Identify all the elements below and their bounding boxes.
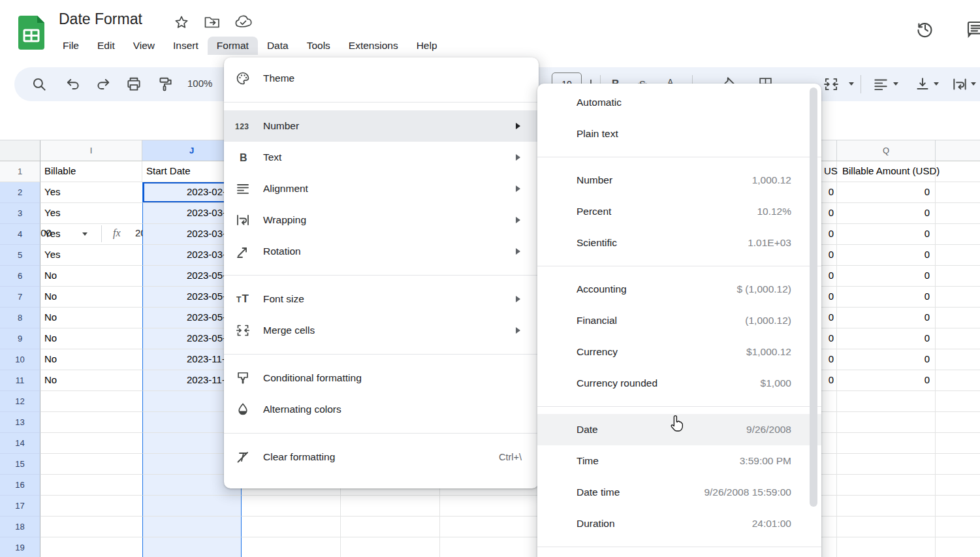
vertical-align-icon[interactable] [914,76,931,93]
cell-billable-amount[interactable] [837,454,936,475]
submenu-item-currency-rounded[interactable]: Currency rounded $1,000 [537,368,821,399]
menu-item-font-size[interactable]: TT Font size [224,283,539,315]
menu-data[interactable]: Data [258,37,298,55]
cell-empty[interactable] [936,182,980,203]
cell-p-clipped[interactable] [821,391,837,412]
cell-billable-amount[interactable]: 0 [837,349,936,370]
cell-billable-amount[interactable]: 0 [837,224,936,245]
cell-p-clipped[interactable]: 0 [821,287,837,308]
cell-billable[interactable] [40,537,142,557]
column-header-p-sliver[interactable] [821,140,837,161]
cell-billable[interactable] [40,517,142,537]
cell-billable[interactable]: No [40,308,142,328]
cell-billable-amount[interactable]: 0 [837,287,936,308]
row-number[interactable]: 6 [0,266,40,287]
cell-billable[interactable]: Yes [40,245,142,266]
horizontal-align-icon[interactable] [872,76,889,93]
menu-extensions[interactable]: Extensions [340,37,407,55]
menu-format[interactable]: Format [208,37,258,55]
cell-p-clipped[interactable]: 0 [821,328,837,349]
text-wrap-icon[interactable] [951,76,968,93]
row-number[interactable]: 3 [0,203,40,224]
menu-item-wrapping[interactable]: Wrapping [224,204,539,236]
cell-p-clipped[interactable] [821,475,837,496]
menu-item-clear-formatting[interactable]: Clear formatting Ctrl+\ [224,441,539,473]
submenu-item-automatic[interactable]: Automatic [537,87,821,118]
cell-billable-amount[interactable]: 0 [837,203,936,224]
cell-empty[interactable] [936,391,980,412]
cell-billable-amount[interactable]: 0 [837,182,936,203]
menu-item-theme[interactable]: Theme [224,63,539,94]
cell-billable[interactable]: No [40,287,142,308]
cell-start-date[interactable] [142,496,242,517]
print-icon[interactable] [125,76,142,93]
menu-item-number[interactable]: 123 Number [224,110,539,142]
cell-billable-amount[interactable] [837,537,936,557]
row-number[interactable]: 13 [0,412,40,433]
cell-empty[interactable] [341,496,440,517]
cell-p-clipped[interactable] [821,433,837,454]
cell-billable[interactable]: No [40,266,142,287]
cell-billable-amount[interactable]: 0 [837,370,936,391]
cell-empty[interactable] [936,266,980,287]
menu-edit[interactable]: Edit [88,37,124,55]
row-number[interactable]: 16 [0,475,40,496]
row-number[interactable]: 2 [0,182,40,203]
cell-empty[interactable] [936,370,980,391]
row-number[interactable]: 9 [0,328,40,349]
cell-p-clipped[interactable]: 0 [821,224,837,245]
row-number[interactable]: 14 [0,433,40,454]
cell-billable-amount[interactable]: 0 [837,245,936,266]
cell-p-clipped[interactable]: 0 [821,370,837,391]
horizontal-align-caret-icon[interactable] [893,82,898,86]
zoom-level[interactable]: 100% [187,78,212,89]
cell-billable[interactable] [40,454,142,475]
submenu-item-percent[interactable]: Percent 10.12% [537,196,821,227]
cell-empty[interactable] [936,412,980,433]
cell-empty[interactable] [936,224,980,245]
cell-billable[interactable]: No [40,328,142,349]
comment-history-icon[interactable] [966,18,980,39]
merge-cells-icon[interactable] [823,76,840,93]
cell-billable[interactable]: No [40,349,142,370]
cell-empty[interactable] [936,245,980,266]
cell-billable-amount[interactable] [837,475,936,496]
cell-start-date[interactable] [142,537,242,557]
cell-empty[interactable] [936,517,980,537]
cell-p-clipped[interactable]: 0 [821,182,837,203]
column-header-i[interactable]: I [40,140,142,161]
row-number[interactable]: 19 [0,537,40,557]
menu-view[interactable]: View [124,37,164,55]
cell-billable[interactable] [40,391,142,412]
cell-billable-amount[interactable] [837,433,936,454]
undo-icon[interactable] [65,76,82,93]
cell-empty[interactable] [936,537,980,557]
cloud-status-icon[interactable] [234,14,249,30]
submenu-item-scientific[interactable]: Scientific 1.01E+03 [537,227,821,259]
cell-i1[interactable]: Billable [40,161,142,182]
submenu-item-financial[interactable]: Financial (1,000.12) [537,305,821,336]
cell-p-clipped[interactable]: 0 [821,308,837,328]
column-header-r[interactable] [936,140,980,161]
row-number[interactable]: 1 [0,161,40,182]
cell-billable-amount[interactable] [837,517,936,537]
submenu-item-date-time[interactable]: Date time 9/26/2008 15:59:00 [537,477,821,508]
cell-billable[interactable] [40,412,142,433]
cell-empty[interactable] [936,287,980,308]
cell-p-clipped[interactable] [821,496,837,517]
menu-help[interactable]: Help [407,37,447,55]
row-number[interactable]: 10 [0,349,40,370]
cell-p-clipped[interactable]: 0 [821,266,837,287]
cell-p-clipped[interactable] [821,537,837,557]
cell-empty[interactable] [440,537,539,557]
menu-file[interactable]: File [54,37,88,55]
row-number[interactable]: 15 [0,454,40,475]
star-icon[interactable] [174,14,189,30]
menu-item-alignment[interactable]: Alignment [224,173,539,204]
submenu-item-accounting[interactable]: Accounting $ (1,000.12) [537,274,821,305]
row-number[interactable]: 5 [0,245,40,266]
merge-cells-caret-icon[interactable] [849,82,854,86]
cell-empty[interactable] [242,496,341,517]
document-title[interactable]: Date Format [59,10,142,28]
cell-q1[interactable]: Billable Amount (USD) [837,161,936,182]
